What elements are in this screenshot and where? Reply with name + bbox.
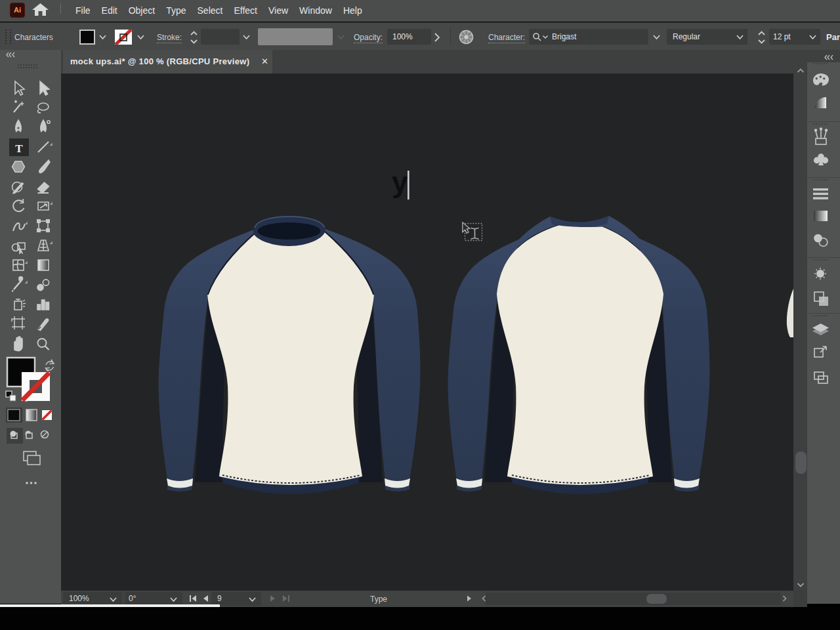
svg-text:y: y [392, 166, 408, 198]
svg-text:T: T [15, 142, 23, 155]
